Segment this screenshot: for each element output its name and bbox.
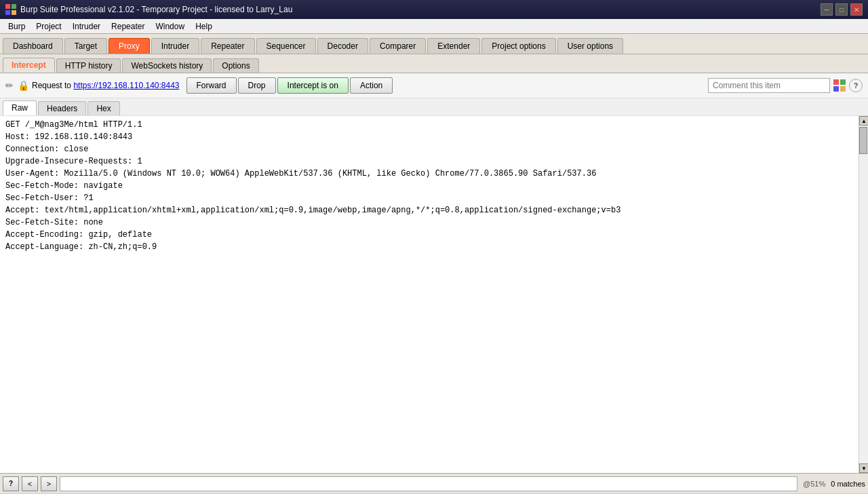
- sub-tab-bar: Intercept HTTP history WebSockets histor…: [0, 54, 868, 73]
- scroll-thumb[interactable]: [859, 127, 867, 154]
- search-input[interactable]: [60, 476, 797, 491]
- tab-extender[interactable]: Extender: [427, 38, 480, 54]
- tab-proxy[interactable]: Proxy: [108, 38, 150, 54]
- content-area: GET /_M@nag3Me/html HTTP/1.1 Host: 192.1…: [0, 116, 868, 473]
- req-tab-headers[interactable]: Headers: [38, 101, 86, 115]
- action-button[interactable]: Action: [350, 77, 393, 94]
- title-bar: Burp Suite Professional v2.1.02 - Tempor…: [0, 0, 868, 19]
- nav-next-button[interactable]: >: [41, 476, 57, 491]
- maximize-button[interactable]: □: [835, 3, 848, 16]
- scroll-down-arrow[interactable]: ▼: [859, 463, 868, 473]
- lock-icon: 🔒: [18, 80, 29, 91]
- menu-bar: Burp Project Intruder Repeater Window He…: [0, 19, 868, 34]
- tab-target[interactable]: Target: [64, 38, 107, 54]
- request-url-label: Request to https://192.168.110.140:8443: [32, 81, 180, 90]
- drop-button[interactable]: Drop: [238, 77, 276, 94]
- sub-tab-websockets-history[interactable]: WebSockets history: [122, 58, 212, 73]
- sub-tab-intercept[interactable]: Intercept: [3, 58, 55, 73]
- sub-tab-http-history[interactable]: HTTP history: [56, 58, 121, 73]
- edit-icon: ✏: [5, 80, 14, 91]
- svg-rect-2: [5, 10, 10, 15]
- request-text-area[interactable]: GET /_M@nag3Me/html HTTP/1.1 Host: 192.1…: [0, 116, 859, 473]
- request-url-link[interactable]: https://192.168.110.140:8443: [73, 81, 179, 90]
- help-bottom-icon[interactable]: ?: [3, 476, 19, 491]
- tab-user-options[interactable]: User options: [557, 38, 623, 54]
- scroll-up-arrow[interactable]: ▲: [859, 116, 868, 126]
- svg-rect-6: [833, 86, 839, 92]
- position-indicator: @51%: [803, 480, 825, 488]
- sub-tab-options[interactable]: Options: [213, 58, 258, 73]
- minimize-button[interactable]: ─: [821, 3, 833, 16]
- intercept-on-button[interactable]: Intercept is on: [277, 77, 349, 94]
- app-logo-icon: [5, 4, 16, 15]
- tab-intruder[interactable]: Intruder: [151, 38, 199, 54]
- menu-help[interactable]: Help: [190, 20, 218, 33]
- main-tab-bar: Dashboard Target Proxy Intruder Repeater…: [0, 34, 868, 54]
- menu-window[interactable]: Window: [150, 20, 190, 33]
- svg-rect-0: [5, 4, 10, 9]
- svg-rect-3: [12, 10, 16, 15]
- tab-comparer[interactable]: Comparer: [370, 38, 426, 54]
- tab-dashboard[interactable]: Dashboard: [3, 38, 63, 54]
- menu-project[interactable]: Project: [31, 20, 66, 33]
- help-icon-button[interactable]: ?: [849, 79, 863, 92]
- svg-rect-5: [840, 79, 846, 85]
- tab-decoder[interactable]: Decoder: [317, 38, 368, 54]
- tab-sequencer[interactable]: Sequencer: [256, 38, 316, 54]
- comment-input[interactable]: [708, 78, 830, 93]
- window-title: Burp Suite Professional v2.1.02 - Tempor…: [20, 5, 292, 14]
- vertical-scrollbar[interactable]: ▲ ▼: [859, 116, 868, 473]
- svg-rect-1: [12, 4, 16, 9]
- svg-rect-4: [833, 79, 839, 85]
- menu-repeater[interactable]: Repeater: [106, 20, 150, 33]
- forward-button[interactable]: Forward: [186, 77, 237, 94]
- request-tab-bar: Raw Headers Hex: [0, 98, 868, 116]
- menu-intruder[interactable]: Intruder: [67, 20, 106, 33]
- intercept-toolbar: ✏ 🔒 Request to https://192.168.110.140:8…: [0, 73, 868, 98]
- match-count: 0 matches: [831, 480, 865, 488]
- burp-logo-icon-button[interactable]: [831, 77, 848, 94]
- tab-repeater[interactable]: Repeater: [201, 38, 254, 54]
- svg-rect-7: [840, 86, 846, 92]
- req-tab-hex[interactable]: Hex: [87, 101, 119, 115]
- req-tab-raw[interactable]: Raw: [3, 100, 37, 115]
- title-bar-controls: ─ □ ✕: [821, 3, 863, 16]
- menu-burp[interactable]: Burp: [3, 20, 31, 33]
- nav-prev-button[interactable]: <: [22, 476, 38, 491]
- bottom-bar: ? < > @51% 0 matches: [0, 473, 868, 493]
- title-bar-left: Burp Suite Professional v2.1.02 - Tempor…: [5, 4, 292, 15]
- close-button[interactable]: ✕: [850, 3, 863, 16]
- tab-project-options[interactable]: Project options: [481, 38, 555, 54]
